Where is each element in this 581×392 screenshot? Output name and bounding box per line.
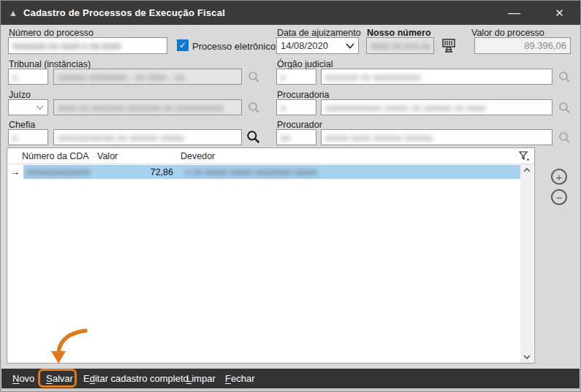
procurador-code-input[interactable]: xx [276, 129, 316, 145]
valor-processo-label: Valor do processo [471, 28, 544, 38]
numero-processo-label: Número do processo [9, 28, 94, 38]
checkmark-icon: ✓ [179, 40, 186, 50]
app-logo-icon: ▲ [9, 9, 18, 18]
window-bottom-frame [1, 388, 580, 392]
tribunal-label: Tribunal (instâncias) [9, 59, 91, 69]
scroll-down-icon[interactable] [520, 351, 533, 363]
scroll-up-icon[interactable] [520, 164, 533, 176]
titlebar: ▲ Cadastro de Processos de Execução Fisc… [1, 1, 580, 25]
chefia-search-icon[interactable] [246, 129, 260, 144]
chefia-desc-input[interactable]: xxxxxxxxxxxx xx xxxxxx xxxxx [53, 129, 242, 145]
cell-valor: 72,86 [104, 167, 173, 177]
procurador-desc-input[interactable]: xxxxx xxxx xxxxxx xxxxxx [321, 129, 552, 145]
chevron-down-icon [36, 105, 44, 110]
chevron-down-icon [346, 43, 354, 49]
procuradoria-code-input[interactable]: x [276, 99, 316, 115]
procuradoria-search-icon[interactable] [557, 100, 571, 115]
barcode-icon[interactable] [440, 38, 457, 54]
cell-numero-cda: xxxxxxxxxxxxxx [26, 167, 91, 177]
orgao-code-value: x [281, 72, 286, 82]
procuradoria-label: Procuradoria [277, 90, 330, 100]
chefia-label: Chefia [9, 120, 35, 130]
valor-processo-input[interactable]: 89.396,06 [474, 37, 571, 54]
numero-processo-value: xxxxxxx-xx.xxxx.x.xx.xxxx [12, 40, 121, 51]
nosso-numero-label: Nosso número [367, 28, 431, 38]
procuradoria-desc-input[interactable]: xxxxxxxxxxxx xxxxx xx xxxxxx xx xxxx [321, 99, 552, 115]
processo-eletronico-label: Processo eletrônico [192, 41, 276, 52]
processo-eletronico-checkbox[interactable]: ✓ [177, 39, 189, 51]
valor-processo-value: 89.396,06 [524, 40, 566, 51]
chefia-desc-value: xxxxxxxxxxxx xx xxxxxx xxxxx [58, 132, 184, 143]
chefia-code-value: x [12, 132, 18, 143]
procuradoria-desc-value: xxxxxxxxxxxx xxxxx xx xxxxxx xx xxxx [325, 102, 486, 113]
procurador-code-value: xx [281, 132, 290, 143]
add-cda-button[interactable]: + [551, 169, 567, 185]
juizo-desc-value: xxxx xx xxxxxxx xxxxxxx xx xxxxxxxxxx [58, 102, 223, 113]
juizo-label: Juízo [9, 90, 31, 100]
remove-cda-button[interactable]: − [551, 189, 567, 205]
tribunal-code-value: x [12, 72, 18, 82]
minimize-icon: — [508, 6, 520, 20]
minimize-button[interactable]: — [498, 1, 531, 25]
data-ajuizamento-value: 14/08/2020 [281, 40, 328, 51]
chefia-code-input[interactable]: x [8, 129, 48, 145]
orgao-search-icon[interactable] [557, 69, 571, 84]
col-header-valor[interactable]: Valor [97, 151, 118, 161]
data-ajuizamento-dropdown[interactable]: 14/08/2020 [276, 37, 359, 54]
tribunal-desc-input[interactable]: xxxxxx xxxxxxxx - xx xxxx - xx [53, 69, 242, 85]
table-row[interactable]: xxxxxxxxxxxxxx 72,86 x xx xxxxx xxxxx xx… [23, 165, 521, 179]
current-row-arrow-icon: → [10, 166, 20, 177]
tribunal-search-icon[interactable] [246, 69, 261, 84]
juizo-dropdown[interactable] [8, 99, 48, 115]
juizo-desc-input[interactable]: xxxx xx xxxxxxx xxxxxxx xx xxxxxxxxxx [53, 99, 242, 115]
nosso-numero-input[interactable]: xxxx.xx.xxx.xx [366, 37, 434, 54]
tribunal-code-input[interactable]: x [8, 69, 48, 85]
orgao-judicial-label: Órgão judicial [277, 59, 333, 69]
window-title: Cadastro de Processos de Execução Fiscal [23, 7, 225, 18]
juizo-search-icon[interactable] [246, 100, 261, 115]
nosso-numero-value: xxxx.xx.xxx.xx [371, 40, 430, 51]
grid-header: Número da CDA Valor Devedor [7, 148, 534, 164]
cda-grid: Número da CDA Valor Devedor → xxxxxxxxxx… [7, 147, 535, 364]
col-header-devedor[interactable]: Devedor [181, 151, 215, 161]
minus-icon: − [556, 192, 563, 203]
data-ajuizamento-label: Data de ajuizamento [277, 28, 361, 38]
procurador-search-icon[interactable] [557, 130, 571, 145]
procuradoria-code-value: x [281, 102, 286, 113]
novo-button[interactable]: Novo [12, 369, 34, 388]
filter-icon[interactable] [518, 150, 531, 162]
fechar-button[interactable]: Fechar [225, 369, 254, 388]
cell-devedor: x xx xxxxx xxxxx xxxxxxxx xxxxx [186, 167, 317, 177]
editar-cadastro-completo-button[interactable]: Editar cadastro completo [83, 369, 189, 388]
bottom-toolbar: Novo Salvar Editar cadastro completo Lim… [1, 369, 580, 388]
vertical-scrollbar[interactable] [520, 164, 533, 363]
orgao-code-input[interactable]: x [276, 69, 316, 85]
limpar-button[interactable]: Limpar [186, 369, 216, 388]
procurador-desc-value: xxxxx xxxx xxxxxx xxxxxx [325, 132, 433, 143]
procurador-label: Procurador [277, 120, 322, 130]
plus-icon: + [556, 172, 563, 182]
orgao-desc-input[interactable]: xxxxxxx xx xxxxxxxxxx [321, 69, 552, 85]
col-header-numero-cda[interactable]: Número da CDA [22, 151, 89, 161]
salvar-button[interactable]: Salvar [46, 369, 73, 388]
tribunal-desc-value: xxxxxx xxxxxxxx - xx xxxx - xx [58, 72, 184, 82]
orgao-desc-value: xxxxxxx xx xxxxxxxxxx [325, 72, 421, 82]
dialog-window: ▲ Cadastro de Processos de Execução Fisc… [0, 0, 581, 392]
close-icon: ✕ [555, 7, 564, 20]
numero-processo-input[interactable]: xxxxxxx-xx.xxxx.x.xx.xxxx [8, 37, 167, 54]
close-button[interactable]: ✕ [543, 1, 576, 25]
